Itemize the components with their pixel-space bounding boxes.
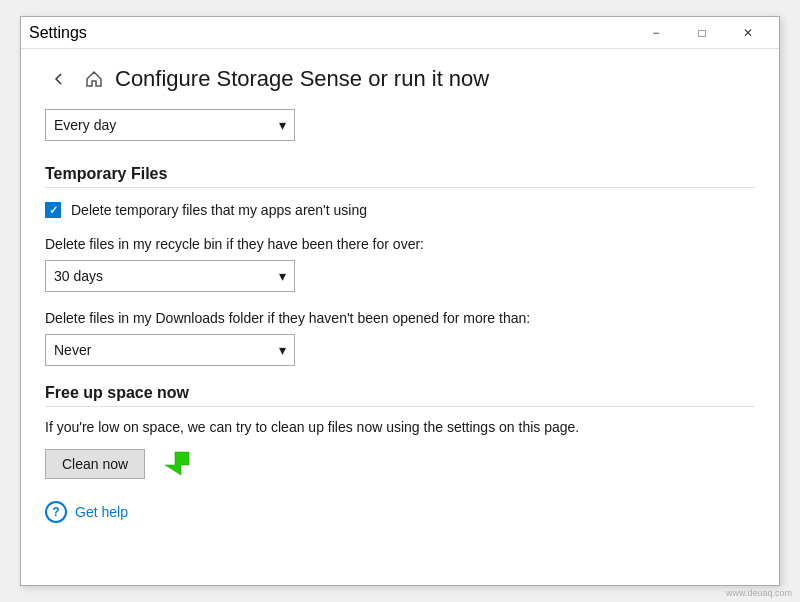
- page-title: Configure Storage Sense or run it now: [115, 66, 489, 92]
- delete-temp-option: Delete temporary files that my apps aren…: [45, 202, 755, 218]
- minimize-button[interactable]: −: [633, 17, 679, 49]
- maximize-button[interactable]: □: [679, 17, 725, 49]
- home-icon: [85, 70, 103, 88]
- get-help-link[interactable]: Get help: [75, 504, 128, 520]
- frequency-value: Every day: [54, 117, 116, 133]
- get-help-row: ? Get help: [45, 501, 755, 523]
- clean-now-row: Clean now: [45, 447, 755, 481]
- delete-temp-checkbox[interactable]: [45, 202, 61, 218]
- free-space-section: Free up space now If you're low on space…: [45, 384, 755, 481]
- recycle-bin-chevron-icon: ▾: [279, 268, 286, 284]
- page-header: Configure Storage Sense or run it now: [45, 65, 755, 93]
- page-content: Configure Storage Sense or run it now Ev…: [21, 49, 779, 585]
- temporary-files-title: Temporary Files: [45, 165, 755, 188]
- title-bar: Settings − □ ✕: [21, 17, 779, 49]
- arrow-indicator: [157, 447, 197, 481]
- close-button[interactable]: ✕: [725, 17, 771, 49]
- title-bar-title: Settings: [29, 24, 87, 42]
- downloads-dropdown[interactable]: Never ▾: [45, 334, 295, 366]
- free-space-title: Free up space now: [45, 384, 755, 407]
- get-help-icon: ?: [45, 501, 67, 523]
- watermark: www.deuaq.com: [726, 588, 792, 598]
- delete-temp-label: Delete temporary files that my apps aren…: [71, 202, 367, 218]
- temporary-files-section: Temporary Files Delete temporary files t…: [45, 165, 755, 366]
- frequency-dropdown[interactable]: Every day ▾: [45, 109, 295, 141]
- back-icon: [52, 72, 66, 86]
- free-space-description: If you're low on space, we can try to cl…: [45, 419, 755, 435]
- recycle-bin-dropdown[interactable]: 30 days ▾: [45, 260, 295, 292]
- svg-marker-0: [165, 452, 189, 475]
- recycle-bin-value: 30 days: [54, 268, 103, 284]
- recycle-bin-label: Delete files in my recycle bin if they h…: [45, 236, 755, 252]
- back-button[interactable]: [45, 65, 73, 93]
- clean-now-button[interactable]: Clean now: [45, 449, 145, 479]
- frequency-chevron-icon: ▾: [279, 117, 286, 133]
- downloads-label: Delete files in my Downloads folder if t…: [45, 310, 755, 326]
- window-controls: − □ ✕: [633, 17, 771, 49]
- downloads-chevron-icon: ▾: [279, 342, 286, 358]
- downloads-value: Never: [54, 342, 91, 358]
